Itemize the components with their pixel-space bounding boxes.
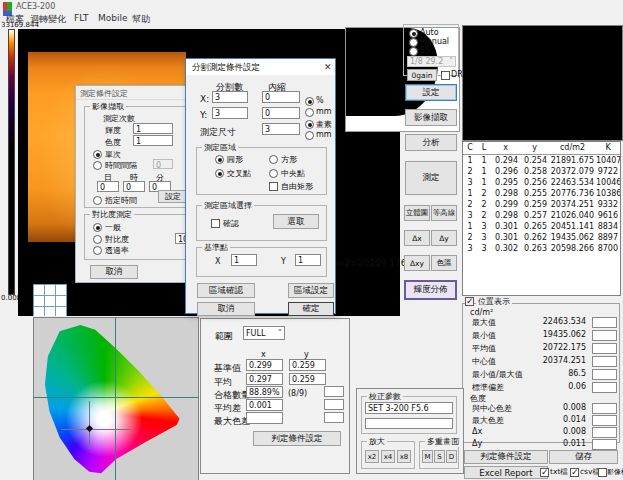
radio-inset-mm[interactable] [305, 108, 314, 117]
stat-limit-box[interactable] [592, 356, 617, 367]
menu-flt[interactable]: FLT [74, 13, 88, 23]
y-inset-field[interactable]: 0 [262, 107, 300, 119]
split-ok-button[interactable]: 確定 [288, 302, 334, 316]
radio-inset-percent[interactable] [305, 97, 314, 106]
radio-size-pixel[interactable] [305, 120, 314, 129]
solid-view-button[interactable]: 立體圖 [404, 205, 430, 221]
table-row[interactable]: 110.2940.25421891.67510407 [463, 155, 620, 166]
multi-s-button[interactable]: S [434, 450, 445, 463]
stat-limit-box[interactable] [592, 317, 617, 328]
judge-condition-button-2[interactable]: 判定條件設定 [253, 431, 341, 446]
dr-checkbox[interactable] [441, 71, 450, 80]
average-y-field[interactable]: 0.259 [289, 373, 326, 385]
zoom-x2-button[interactable]: x2 [365, 450, 379, 463]
area-set-button[interactable]: 區域設定 [288, 283, 334, 298]
calibration-empty-field[interactable] [365, 418, 453, 429]
stat-limit-box[interactable] [592, 427, 617, 438]
radio-ss[interactable] [409, 47, 418, 56]
hour-field[interactable]: 0 [123, 181, 145, 192]
radio-contrast[interactable] [93, 235, 102, 244]
interval-field[interactable]: 0 [153, 159, 173, 169]
table-row[interactable]: 130.3010.26520451.1418834 [463, 221, 620, 232]
table-row[interactable]: 330.3020.26320598.2668700 [463, 243, 620, 254]
table-row[interactable]: 320.2980.25721026.0409616 [463, 210, 620, 221]
measure-button[interactable]: 測定 [405, 161, 457, 195]
image-file-checkbox[interactable] [598, 468, 607, 477]
radio-specified-time[interactable] [93, 196, 102, 205]
x-inset-field[interactable]: 0 [262, 91, 300, 103]
area-confirm-button[interactable]: 區域確認 [197, 283, 255, 298]
radio-interval[interactable] [93, 161, 102, 170]
table-row[interactable]: 210.2960.25820372.0799722 [463, 166, 620, 177]
pick-button[interactable]: 選取 [273, 214, 319, 229]
close-icon[interactable]: ✕ [324, 62, 332, 72]
delta-x-button[interactable]: Δx [404, 230, 430, 246]
color-temp-button[interactable]: 色溫 [431, 255, 457, 271]
luminance-count-field[interactable]: 1 [133, 123, 173, 134]
zoom-x4-button[interactable]: x4 [381, 450, 395, 463]
measure-size-field[interactable]: 3 [262, 123, 300, 135]
day-field[interactable]: 0 [97, 181, 119, 192]
x-divisions-field[interactable]: 3 [212, 91, 248, 103]
save-button[interactable]: 儲存 [549, 450, 618, 464]
radio-single[interactable] [93, 150, 102, 159]
radio-manual[interactable] [409, 38, 418, 47]
image-capture-button[interactable]: 影像擷取 [405, 109, 457, 126]
table-row[interactable]: 120.2980.25520776.73610386 [463, 188, 620, 199]
radio-general[interactable] [93, 223, 102, 232]
analyze-button[interactable]: 分析 [405, 134, 457, 151]
result-limit-box[interactable] [324, 412, 344, 423]
menu-mobile[interactable]: Mobile [98, 13, 128, 23]
settings-button[interactable]: 設定 [405, 84, 457, 101]
confirm-checkbox[interactable] [211, 219, 220, 228]
stat-limit-box[interactable] [592, 343, 617, 354]
radio-size-mm[interactable] [305, 131, 314, 140]
excel-report-button[interactable]: Excel Report [464, 466, 548, 479]
table-row[interactable]: 220.2990.25920374.2519332 [463, 199, 620, 210]
position-display-checkbox[interactable] [465, 297, 474, 306]
radio-auto[interactable] [409, 29, 418, 38]
shutter-dropdown[interactable]: 1/8 29.2 ˅ [407, 56, 456, 67]
stat-limit-box[interactable] [592, 382, 617, 393]
reference-y-field[interactable]: 0.259 [289, 359, 326, 371]
radio-cross-point[interactable] [215, 169, 224, 178]
reference-x-field[interactable]: 0.299 [246, 359, 283, 371]
average-x-field[interactable]: 0.297 [246, 373, 283, 385]
radio-square[interactable] [269, 155, 278, 164]
stat-limit-box[interactable] [592, 330, 617, 341]
zoom-x8-button[interactable]: x8 [397, 450, 411, 463]
stat-limit-box[interactable] [592, 439, 617, 450]
result-limit-box[interactable] [324, 386, 344, 397]
txt-file-checkbox[interactable] [540, 468, 549, 477]
delta-xy-button[interactable]: Δxy [404, 255, 430, 271]
stat-limit-box[interactable] [592, 369, 617, 380]
delta-y-button[interactable]: Δy [431, 230, 457, 246]
stat-limit-box[interactable] [592, 403, 617, 414]
range-dropdown[interactable]: FULL ˅ [243, 326, 285, 340]
time-set-button[interactable]: 設定 [158, 190, 188, 203]
radio-circle[interactable] [215, 155, 224, 164]
judge-condition-button[interactable]: 判定條件設定 [464, 450, 548, 464]
radio-center-point[interactable] [269, 169, 278, 178]
table-row[interactable]: 310.2950.25622463.53410046 [463, 177, 620, 188]
calibration-set-field[interactable]: SET 3-200 F5.6 [365, 402, 453, 414]
luminance-dist-button[interactable]: 輝度分佈 [404, 280, 457, 300]
multi-m-button[interactable]: M [422, 450, 433, 463]
dialog-title-bar[interactable]: 測定條件設定 [76, 86, 194, 100]
menu-help[interactable]: 幫助 [132, 13, 150, 26]
measure-cancel-button[interactable]: 取消 [90, 265, 138, 279]
base-x-field[interactable]: 1 [231, 254, 257, 266]
contour-button[interactable]: 等高線 [431, 205, 457, 221]
multi-d-button[interactable]: D [446, 450, 457, 463]
radio-transmittance[interactable] [93, 246, 102, 255]
split-cancel-button[interactable]: 取消 [197, 302, 255, 316]
table-row[interactable]: 230.3010.26219435.0628897 [463, 232, 620, 243]
chroma-count-field[interactable]: 1 [133, 135, 173, 146]
csv-file-checkbox[interactable] [570, 468, 579, 477]
free-rect-checkbox[interactable] [269, 182, 278, 191]
dialog-title-bar[interactable]: 分割測定條件設定 ✕ [186, 59, 335, 75]
result-limit-box[interactable] [324, 399, 344, 410]
zero-gain-button[interactable]: 0gain [407, 69, 437, 81]
y-divisions-field[interactable]: 3 [212, 107, 248, 119]
stat-limit-box[interactable] [592, 415, 617, 426]
